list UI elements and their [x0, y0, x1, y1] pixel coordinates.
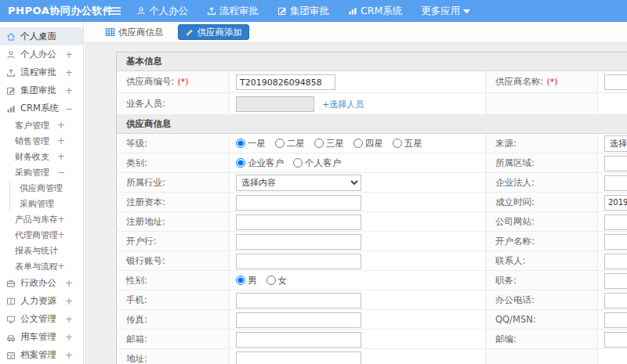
expand-plus-icon[interactable]: +	[57, 214, 65, 225]
sidebar-item-采购管理[interactable]: 采购管理	[0, 196, 83, 211]
level-radio[interactable]	[236, 139, 245, 148]
sidebar-item-销售管理[interactable]: 销售管理+	[0, 133, 83, 149]
expand-plus-icon[interactable]: +	[65, 67, 73, 78]
tab-item[interactable]: 供应商信息	[99, 24, 170, 40]
expand-plus-icon[interactable]: +	[65, 49, 73, 60]
sidebar-item-采购管理[interactable]: 采购管理−	[0, 164, 83, 180]
sidebar-item-人力资源[interactable]: 人力资源+	[0, 292, 83, 310]
tab-item[interactable]: 供应商添加	[178, 24, 250, 40]
collapse-minus-icon[interactable]: −	[57, 167, 65, 178]
sidebar: 个人桌面个人办公+流程审批+集团审批+CRM系统−客户管理+销售管理+财务收支+…	[0, 22, 84, 364]
expand-plus-icon[interactable]: +	[57, 261, 65, 272]
sidebar-item-供应商管理[interactable]: 供应商管理	[0, 180, 83, 196]
gender-radio[interactable]	[266, 276, 276, 285]
sidebar-item-档案管理[interactable]: 档案管理+	[0, 346, 83, 364]
content-area: 基本信息供应商编号:(*)供应商名称:(*)业务人员:+选择人员供应商信息等级:…	[85, 43, 627, 364]
registered-address-input[interactable]	[236, 214, 361, 230]
topbar-menu-item[interactable]: 流程审批	[207, 5, 259, 18]
expand-plus-icon[interactable]: +	[57, 151, 65, 162]
legal-person-input[interactable]	[604, 175, 627, 191]
expand-plus-icon[interactable]: +	[57, 120, 65, 131]
level-radio[interactable]	[393, 139, 402, 148]
registered-capital-input[interactable]	[236, 195, 361, 211]
expand-plus-icon[interactable]: +	[57, 229, 65, 240]
radio-option[interactable]: 男	[236, 275, 257, 287]
select-person-link[interactable]: +选择人员	[322, 99, 364, 110]
radio-option[interactable]: 五星	[393, 138, 422, 150]
expand-plus-icon[interactable]: +	[65, 332, 73, 343]
sidebar-item-个人办公[interactable]: 个人办公+	[0, 45, 83, 63]
gender-radio[interactable]	[236, 276, 245, 285]
founded-date-input[interactable]	[604, 195, 627, 211]
topbar-menu-item[interactable]: 个人办公	[136, 5, 188, 18]
expand-plus-icon[interactable]: +	[65, 350, 73, 361]
form-row: 银行账号:联系人:	[117, 251, 627, 271]
topbar-menu-item[interactable]: CRM系统	[348, 5, 402, 18]
sidebar-item-label: 代理商管理	[15, 229, 57, 241]
sidebar-item-label: CRM系统	[20, 103, 65, 114]
category-radio[interactable]	[293, 158, 303, 168]
industry-select[interactable]: 选择内容	[236, 175, 361, 191]
website-input[interactable]	[604, 214, 627, 230]
zip-input[interactable]	[604, 332, 627, 348]
sidebar-item-报表与统计[interactable]: 报表与统计	[0, 243, 83, 258]
email-input[interactable]	[236, 332, 361, 348]
collapse-minus-icon[interactable]: −	[65, 103, 73, 114]
upload-icon	[5, 68, 16, 77]
radio-option[interactable]: 三星	[314, 138, 344, 150]
field-label: 办公电话:	[485, 290, 598, 309]
category-radio[interactable]	[236, 158, 245, 168]
topbar-menu-item[interactable]: 集团审批	[277, 5, 329, 18]
expand-plus-icon[interactable]: +	[65, 296, 73, 307]
sidebar-item-财务收支[interactable]: 财务收支+	[0, 149, 83, 164]
sidebar-item-个人桌面[interactable]: 个人桌面	[0, 27, 83, 45]
expand-plus-icon[interactable]: +	[65, 85, 73, 96]
level-radio[interactable]	[314, 139, 324, 148]
radio-option[interactable]: 一星	[236, 138, 266, 150]
sidebar-item-用车管理[interactable]: 用车管理+	[0, 328, 83, 346]
radio-option[interactable]: 企业客户	[236, 157, 284, 169]
mobile-input[interactable]	[236, 293, 361, 308]
office-phone-input[interactable]	[604, 293, 627, 308]
bank-account-input[interactable]	[236, 254, 361, 269]
radio-option[interactable]: 四星	[353, 138, 383, 150]
sidebar-item-产品与库存[interactable]: 产品与库存+	[0, 211, 83, 227]
form-row: 开户行:开户名称:	[117, 232, 627, 251]
sidebar-item-客户管理[interactable]: 客户管理+	[0, 117, 83, 133]
account-name-input[interactable]	[604, 234, 627, 250]
level-radio[interactable]	[353, 139, 363, 148]
sidebar-item-代理商管理[interactable]: 代理商管理+	[0, 227, 83, 243]
sidebar-item-表单与流程设置[interactable]: 表单与流程设置+	[0, 258, 83, 274]
expand-plus-icon[interactable]: +	[57, 135, 65, 146]
chart-icon	[348, 6, 357, 16]
radio-option[interactable]: 女	[266, 275, 288, 287]
sidebar-item-label: 流程审批	[20, 67, 65, 78]
staff-input[interactable]	[236, 96, 314, 112]
supplier-code-input[interactable]	[236, 74, 335, 90]
bank-input[interactable]	[236, 234, 361, 250]
sidebar-item-label: 人力资源	[20, 295, 65, 307]
source-select[interactable]: 选择内容	[604, 135, 627, 152]
topbar-menu-item[interactable]: 更多应用	[421, 5, 470, 18]
qq-msn-input[interactable]	[604, 312, 627, 328]
sidebar-item-集团审批[interactable]: 集团审批+	[0, 81, 83, 99]
expand-plus-icon[interactable]: +	[65, 278, 73, 289]
level-radio[interactable]	[275, 139, 285, 148]
sidebar-item-流程审批[interactable]: 流程审批+	[0, 63, 83, 81]
address-input[interactable]	[236, 351, 361, 364]
section-header: 基本信息	[117, 52, 627, 71]
sidebar-item-CRM系统[interactable]: CRM系统−	[0, 99, 83, 117]
fax-input[interactable]	[236, 312, 361, 328]
supplier-name-input[interactable]	[604, 74, 627, 90]
sidebar-item-公文管理[interactable]: 公文管理+	[0, 310, 83, 328]
form-row: 所属行业:选择内容企业法人:	[117, 173, 627, 193]
region-input[interactable]	[604, 156, 627, 171]
sidebar-item-行政办公[interactable]: 行政办公+	[0, 274, 83, 292]
hamburger-menu-icon[interactable]	[103, 6, 127, 16]
radio-option[interactable]: 二星	[275, 138, 305, 150]
title-input[interactable]	[604, 273, 627, 289]
radio-option[interactable]: 个人客户	[293, 157, 341, 169]
contact-input[interactable]	[604, 254, 627, 269]
sidebar-item-label: 报表与统计	[15, 245, 65, 257]
expand-plus-icon[interactable]: +	[65, 314, 73, 325]
